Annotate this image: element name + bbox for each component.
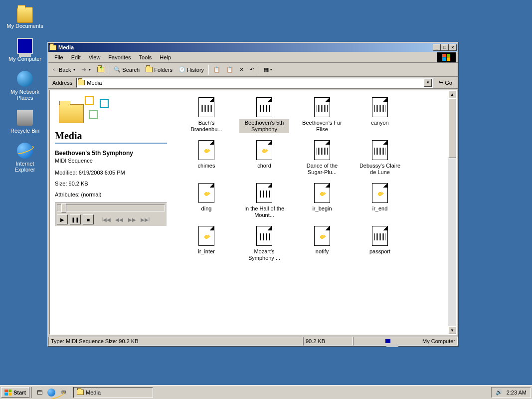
file-item[interactable]: Beethoven's 5th Symphony bbox=[237, 97, 292, 133]
file-item[interactable]: Mozart's Symphony ... bbox=[237, 226, 292, 262]
history-button[interactable]: 🕐History bbox=[176, 65, 206, 74]
file-item[interactable]: In the Hall of the Mount... bbox=[237, 183, 292, 219]
statusbar: Type: MIDI Sequence Size: 90.2 KB 90.2 K… bbox=[48, 336, 458, 346]
menu-edit[interactable]: Edit bbox=[67, 53, 85, 61]
status-size: 90.2 KB bbox=[303, 337, 353, 346]
desktop-icon-internet-explorer[interactable]: Internet Explorer bbox=[5, 143, 45, 173]
back-button[interactable]: ⇦Back▼ bbox=[50, 65, 78, 74]
wav-file-icon bbox=[198, 140, 214, 160]
minimize-button[interactable]: _ bbox=[433, 44, 441, 51]
folder-icon bbox=[17, 7, 33, 23]
desktop-icon-label: My Documents bbox=[5, 23, 45, 29]
up-button[interactable]: ↰ bbox=[95, 65, 107, 74]
details-pane: Media Beethoven's 5th Symphony MIDI Sequ… bbox=[50, 90, 172, 334]
menu-favorites[interactable]: Favorites bbox=[104, 53, 135, 61]
fastfwd-button[interactable]: ▶▶ bbox=[127, 214, 138, 224]
desktop-icon-my-network-places[interactable]: My Network Places bbox=[5, 71, 45, 101]
copyto-icon: 📋 bbox=[226, 66, 233, 73]
history-icon: 🕐 bbox=[178, 66, 185, 73]
selected-file-modified: Modified: 6/19/2003 6:05 PM bbox=[55, 170, 167, 176]
file-label: ir_inter bbox=[196, 248, 216, 255]
address-value: Media bbox=[87, 80, 102, 86]
file-label: chord bbox=[256, 162, 273, 170]
vertical-scrollbar[interactable]: ▲ ▼ bbox=[448, 90, 456, 334]
address-dropdown-button[interactable]: ▼ bbox=[424, 79, 432, 87]
scroll-thumb[interactable] bbox=[448, 98, 456, 158]
menu-view[interactable]: View bbox=[85, 53, 105, 61]
forward-button[interactable]: ➔▼ bbox=[79, 65, 94, 74]
stop-button[interactable]: ■ bbox=[83, 214, 94, 224]
file-label: Debussy's Claire de Lune bbox=[355, 162, 405, 176]
scroll-down-button[interactable]: ▼ bbox=[448, 326, 456, 334]
wav-file-icon bbox=[372, 183, 388, 203]
folder-up-icon: ↰ bbox=[97, 67, 104, 72]
views-button[interactable]: ▦▾ bbox=[261, 65, 275, 74]
go-icon: ↪ bbox=[439, 79, 443, 86]
start-button[interactable]: Start bbox=[1, 387, 29, 398]
quick-launch: 🗔 ✉ bbox=[31, 387, 71, 398]
desktop-icon-my-documents[interactable]: My Documents bbox=[5, 5, 45, 29]
file-item[interactable]: ir_inter bbox=[179, 226, 234, 262]
file-label: ding bbox=[200, 205, 213, 212]
seek-slider[interactable] bbox=[57, 204, 165, 211]
desktop-icon-my-computer[interactable]: My Computer bbox=[5, 38, 45, 62]
delete-button[interactable]: ✕ bbox=[237, 65, 246, 74]
clock[interactable]: 2:23 AM bbox=[507, 390, 527, 396]
file-item[interactable]: chimes bbox=[179, 140, 234, 176]
desktop-icon-label: Internet Explorer bbox=[5, 161, 45, 173]
file-item[interactable]: passport bbox=[353, 226, 407, 262]
play-button[interactable]: ▶ bbox=[57, 214, 68, 224]
skip-back-button[interactable]: I◀◀ bbox=[101, 214, 112, 224]
titlebar[interactable]: Media _ □ × bbox=[48, 43, 458, 52]
search-icon: 🔍 bbox=[114, 66, 121, 73]
file-label: ir_begin bbox=[311, 205, 333, 212]
folder-icon bbox=[78, 80, 85, 85]
show-desktop-button[interactable]: 🗔 bbox=[34, 387, 45, 398]
menu-tools[interactable]: Tools bbox=[135, 53, 156, 61]
volume-icon[interactable]: 🔊 bbox=[496, 389, 503, 396]
skip-fwd-button[interactable]: ▶▶I bbox=[140, 214, 151, 224]
folder-large-icon bbox=[59, 104, 84, 123]
file-item[interactable]: Dance of the Sugar-Plu... bbox=[295, 140, 350, 176]
arrow-left-icon: ⇦ bbox=[53, 66, 57, 73]
file-item[interactable]: Debussy's Claire de Lune bbox=[353, 140, 407, 176]
file-item[interactable]: ir_begin bbox=[295, 183, 350, 219]
file-item[interactable]: Beethoven's Fur Elise bbox=[295, 97, 350, 133]
addressbar: Address Media ▼ ↪Go bbox=[48, 77, 458, 89]
rewind-button[interactable]: ◀◀ bbox=[114, 214, 125, 224]
wav-file-icon bbox=[198, 183, 214, 203]
bin-icon bbox=[17, 110, 33, 126]
go-button[interactable]: ↪Go bbox=[435, 78, 456, 87]
midi-file-icon bbox=[314, 97, 330, 117]
pause-button[interactable]: ❚❚ bbox=[70, 214, 81, 224]
taskbar-task-media[interactable]: Media bbox=[73, 387, 153, 398]
ie-button[interactable] bbox=[46, 387, 57, 398]
selected-file-name: Beethoven's 5th Symphony bbox=[55, 150, 167, 157]
midi-file-icon bbox=[372, 97, 388, 117]
desktop-icon-recycle-bin[interactable]: Recycle Bin bbox=[5, 110, 45, 134]
file-list: Bach's Brandenbu...Beethoven's 5th Symph… bbox=[172, 90, 456, 334]
scroll-up-button[interactable]: ▲ bbox=[448, 90, 456, 98]
file-item[interactable]: canyon bbox=[353, 97, 407, 133]
file-item[interactable]: ir_end bbox=[353, 183, 407, 219]
midi-file-icon bbox=[256, 183, 272, 203]
copyto-button[interactable]: 📋 bbox=[224, 65, 236, 74]
moveto-button[interactable]: 📋 bbox=[211, 65, 223, 74]
menu-help[interactable]: Help bbox=[156, 53, 175, 61]
file-item[interactable]: Bach's Brandenbu... bbox=[179, 97, 234, 133]
address-input[interactable]: Media ▼ bbox=[76, 78, 433, 88]
menu-file[interactable]: File bbox=[50, 53, 67, 61]
pane-folder-name: Media bbox=[55, 130, 167, 144]
search-button[interactable]: 🔍Search bbox=[111, 65, 142, 74]
maximize-button[interactable]: □ bbox=[441, 44, 449, 51]
chevron-down-icon: ▼ bbox=[88, 68, 91, 71]
midi-file-icon bbox=[198, 97, 214, 117]
close-button[interactable]: × bbox=[449, 44, 457, 51]
file-item[interactable]: notify bbox=[295, 226, 350, 262]
arrow-right-icon: ➔ bbox=[82, 66, 86, 73]
file-item[interactable]: ding bbox=[179, 183, 234, 219]
wav-file-icon bbox=[256, 140, 272, 160]
folders-button[interactable]: Folders bbox=[143, 65, 175, 74]
undo-button[interactable]: ↶ bbox=[247, 65, 257, 74]
file-item[interactable]: chord bbox=[237, 140, 292, 176]
